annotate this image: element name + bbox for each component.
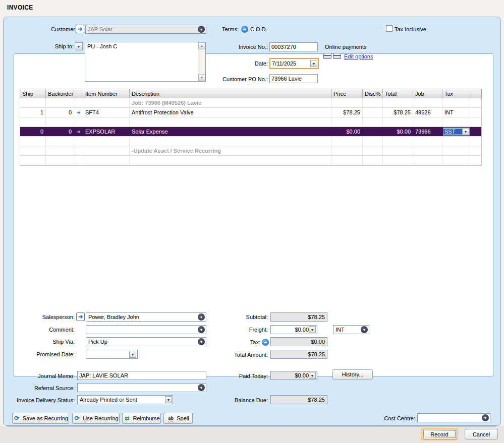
cost-centre-dropdown-icon[interactable]: ▼ xyxy=(482,414,489,421)
spell-button[interactable]: ab Spell xyxy=(163,413,193,424)
tax-value: $0.00 xyxy=(311,339,325,345)
delivery-status-combo[interactable]: Already Printed or Sent ▼ xyxy=(77,395,173,404)
table-row-item-sft4[interactable]: 1 0 ➔ SFT4 Antifrost Protection Valve $7… xyxy=(20,108,481,117)
cell-backorder[interactable]: 0 xyxy=(46,108,74,117)
col-disc: Disc% xyxy=(363,89,383,98)
date-input[interactable] xyxy=(270,60,310,67)
cost-centre-combo[interactable]: ▼ xyxy=(417,413,490,422)
cell-item-number[interactable]: EXPSOLAR xyxy=(83,127,130,136)
invoice-panel: Customer: ➔ JAP Solar ▼ Terms: ➔ C.O.D. … xyxy=(3,17,501,426)
table-header-row: Ship Backorder Item Number Description P… xyxy=(20,89,482,98)
online-payments-label: Online payments xyxy=(325,44,367,50)
cost-centre-label: Cost Centre: xyxy=(380,415,415,421)
table-row-job-note[interactable]: Job: 73966 (M49526) Lavie xyxy=(20,98,481,108)
delivery-status-dropdown-icon[interactable]: ▼ xyxy=(165,396,172,403)
edit-options-link[interactable]: Edit options xyxy=(344,53,373,59)
paid-today-field[interactable]: $0.00 ▼ xyxy=(270,371,317,380)
customer-po-input[interactable] xyxy=(269,74,318,83)
ship-to-label: Ship to: xyxy=(46,43,74,49)
customer-po-label: Customer PO No.: xyxy=(211,76,268,82)
customer-dropdown-icon[interactable]: ▼ xyxy=(198,26,205,33)
salesperson-dropdown-icon[interactable]: ▼ xyxy=(198,313,205,321)
delivery-status-value: Already Printed or Sent xyxy=(80,397,165,403)
cell-item-number[interactable]: SFT4 xyxy=(83,108,130,117)
save-as-recurring-button[interactable]: ⟳ Save as Recurring xyxy=(12,413,69,424)
promised-date-dropdown-icon[interactable]: ▼ xyxy=(129,351,136,358)
promised-date-field[interactable]: ▼ xyxy=(86,350,138,359)
paid-today-dropdown-icon[interactable]: ▼ xyxy=(309,372,316,379)
use-recurring-button[interactable]: ⟳ Use Recurring xyxy=(72,413,120,424)
comment-dropdown-icon[interactable]: ▼ xyxy=(198,326,205,333)
terms-zoom-icon[interactable]: ➔ xyxy=(241,26,248,33)
salesperson-zoom-arrow-icon[interactable]: ➔ xyxy=(76,312,85,321)
salesperson-combo[interactable]: Power, Bradley John ▼ xyxy=(86,312,206,322)
row-zoom-arrow-icon[interactable]: ➔ xyxy=(76,110,80,115)
freight-tax-combo[interactable]: INT ▼ xyxy=(333,325,369,334)
scroll-up-icon[interactable]: ▲ xyxy=(198,42,205,49)
cell-description[interactable]: Antifrost Protection Valve xyxy=(130,108,331,117)
freight-dropdown-icon[interactable]: ▼ xyxy=(309,326,316,333)
record-button[interactable]: Record xyxy=(422,429,457,439)
cell-description[interactable]: Solar Expense xyxy=(130,127,331,136)
cell-total[interactable]: $0.00 xyxy=(383,127,413,136)
col-price: Price xyxy=(331,89,363,98)
scroll-down-icon[interactable]: ▼ xyxy=(198,74,205,81)
ship-to-scrollbar[interactable]: ▲ ▼ xyxy=(198,42,205,81)
line-items-table: Ship Backorder Item Number Description P… xyxy=(20,89,482,166)
cell-disc[interactable] xyxy=(363,108,383,117)
ship-to-dropdown-icon[interactable]: ▼ xyxy=(75,42,83,50)
tax-zoom-icon[interactable]: ➔ xyxy=(262,339,269,346)
referral-source-dropdown-icon[interactable]: ▼ xyxy=(198,384,205,391)
cell-backorder[interactable]: 0 xyxy=(46,127,74,136)
cell-tax[interactable]: INT xyxy=(442,108,470,117)
col-tax: Tax xyxy=(442,89,470,98)
salesperson-value: Power, Bradley John xyxy=(88,314,198,320)
customer-combo[interactable]: JAP Solar ▼ xyxy=(85,25,206,34)
freight-label: Freight: xyxy=(222,327,268,333)
tax-code-combo[interactable]: SST ▼ xyxy=(443,128,470,136)
ship-via-dropdown-icon[interactable]: ▼ xyxy=(198,338,205,345)
cell-price[interactable]: $78.25 xyxy=(331,108,363,117)
cell-ship[interactable]: 0 xyxy=(20,127,46,136)
customer-zoom-arrow-icon[interactable]: ➔ xyxy=(76,25,84,33)
freight-field[interactable]: $0.00 ▼ xyxy=(270,325,317,334)
tax-inclusive-checkbox[interactable] xyxy=(386,25,393,32)
cell-price[interactable]: $0.00 xyxy=(331,127,363,136)
row-zoom-arrow-icon[interactable]: ➔ xyxy=(76,129,80,135)
invoice-no-input[interactable] xyxy=(269,42,318,51)
tax-dropdown-icon[interactable]: ▼ xyxy=(462,128,469,135)
ship-via-label: Ship Via: xyxy=(28,339,75,345)
referral-source-combo[interactable]: ▼ xyxy=(77,383,206,392)
table-row-empty[interactable] xyxy=(20,156,481,165)
tax-field: $0.00 xyxy=(270,337,327,346)
table-row-empty[interactable] xyxy=(20,137,481,146)
table-row-empty[interactable] xyxy=(20,117,481,127)
date-field[interactable]: ▼ xyxy=(269,58,319,69)
cell-job[interactable]: 49526 xyxy=(413,108,442,117)
cancel-button[interactable]: Cancel xyxy=(465,429,498,439)
ship-via-value: Pick Up xyxy=(88,339,198,345)
cell-disc[interactable] xyxy=(363,127,383,136)
reimburse-icon: ⇄ xyxy=(123,415,131,422)
table-row-recurring-note[interactable]: -Update Asset / Service Recurring xyxy=(20,146,481,156)
ship-via-combo[interactable]: Pick Up ▼ xyxy=(86,337,206,346)
comment-combo[interactable]: ▼ xyxy=(86,325,206,334)
spell-abc-icon: ab xyxy=(167,415,175,422)
cell-total[interactable]: $78.25 xyxy=(383,108,413,117)
comment-label: Comment: xyxy=(28,327,75,333)
page-title: INVOICE xyxy=(7,4,33,11)
payment-card-icon xyxy=(333,53,341,59)
customer-label: Customer: xyxy=(46,26,77,32)
history-button[interactable]: History... xyxy=(332,369,373,379)
reimburse-button[interactable]: ⇄ Reimburse xyxy=(122,413,161,424)
table-row-item-expsolar-selected[interactable]: 0 0 ➔ EXPSOLAR Solar Expense $0.00 $0.00… xyxy=(20,127,481,137)
journal-memo-input[interactable] xyxy=(77,371,206,380)
date-dropdown-icon[interactable]: ▼ xyxy=(310,60,317,67)
balance-due-value: $78.25 xyxy=(308,397,325,403)
cell-ship[interactable]: 1 xyxy=(20,108,46,117)
total-amount-value: $78.25 xyxy=(308,351,325,357)
cell-job[interactable]: 73966 xyxy=(413,127,442,136)
ship-to-box[interactable]: PU - Josh C ▲ ▼ xyxy=(85,42,206,82)
tax-label: Tax: xyxy=(238,339,260,345)
freight-tax-dropdown-icon[interactable]: ▼ xyxy=(361,326,368,333)
